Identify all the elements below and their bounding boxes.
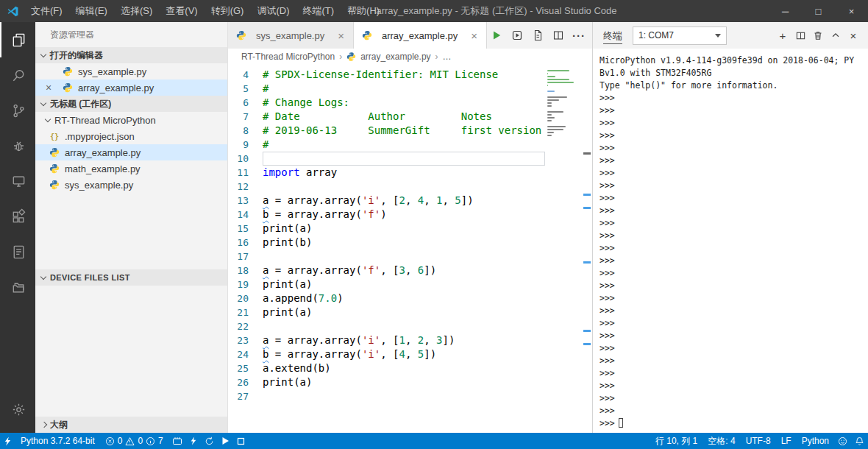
- code-token: = array.array(: [268, 208, 361, 220]
- menu-item[interactable]: 帮助(H): [341, 0, 386, 22]
- settings-gear-icon[interactable]: [0, 392, 35, 427]
- section-workspace[interactable]: 无标题 (工作区): [35, 96, 227, 112]
- line-content: #: [263, 138, 545, 152]
- menu-item[interactable]: 调试(D): [250, 0, 296, 22]
- breadcrumb-separator: ›: [339, 52, 342, 62]
- section-device-files[interactable]: DEVICE FILES LIST: [35, 269, 227, 286]
- activity-source-control-icon[interactable]: [0, 93, 35, 128]
- connection-icon[interactable]: [0, 433, 15, 449]
- problems-indicator[interactable]: 0 0 7: [100, 433, 168, 449]
- minimap-line: [547, 135, 552, 136]
- scrollbar-info-marker: [583, 207, 591, 209]
- notifications-bell-icon[interactable]: [851, 433, 868, 449]
- close-icon[interactable]: ×: [43, 82, 54, 93]
- section-open-editors[interactable]: 打开的编辑器: [35, 47, 227, 63]
- maximize-panel-chevron-up-icon[interactable]: [827, 26, 844, 44]
- indentation[interactable]: 空格: 4: [702, 433, 740, 449]
- activity-bar: [0, 22, 35, 433]
- split-editor-button[interactable]: [549, 26, 568, 45]
- encoding[interactable]: UTF-8: [741, 433, 776, 449]
- activity-extensions-icon[interactable]: [0, 199, 35, 234]
- tree-file[interactable]: {}.mpyproject.json: [35, 128, 227, 144]
- close-icon[interactable]: ×: [336, 29, 346, 42]
- line-number: 11: [228, 166, 263, 180]
- line-number: 8: [228, 124, 263, 138]
- minimap-line: [547, 102, 552, 104]
- line-number: 22: [228, 319, 263, 333]
- scrollbar-info-marker: [583, 261, 591, 264]
- line-content: [263, 389, 545, 403]
- menu-item[interactable]: 编辑(E): [69, 0, 114, 22]
- editor-tab[interactable]: sys_example.py×: [228, 22, 354, 49]
- chevron-down-icon: [40, 273, 46, 279]
- maximize-button[interactable]: □: [802, 0, 835, 22]
- warning-count: 0: [138, 436, 143, 446]
- terminal-output[interactable]: MicroPython v1.9.4-114-g309fe39d on 2018…: [593, 49, 868, 433]
- cursor-position[interactable]: 行 10, 列 1: [650, 433, 702, 449]
- code-token: #: [263, 138, 268, 150]
- tree-folder[interactable]: RT-Thread MicroPython: [35, 112, 227, 128]
- line-number: 24: [228, 347, 263, 361]
- code-token: import: [263, 166, 300, 178]
- panel-tab-terminal[interactable]: 终端: [603, 27, 622, 44]
- more-actions-button[interactable]: ···: [569, 26, 588, 45]
- new-terminal-button[interactable]: +: [774, 26, 791, 44]
- activity-device-icon[interactable]: [0, 163, 35, 199]
- code-line: 24b = array.array('i', [4, 5]): [228, 347, 545, 361]
- flash-download-icon[interactable]: [186, 433, 201, 449]
- minimize-button[interactable]: ─: [769, 0, 802, 22]
- scrollbar-cursor-marker: [583, 152, 591, 155]
- menu-item[interactable]: 选择(S): [114, 0, 159, 22]
- python-interpreter-selector[interactable]: Python 3.7.2 64-bit: [15, 433, 100, 449]
- menu-item[interactable]: 查看(V): [159, 0, 204, 22]
- editor-scrollbar[interactable]: [582, 68, 592, 433]
- activity-explorer-icon[interactable]: [0, 22, 35, 57]
- close-button[interactable]: ×: [835, 0, 868, 22]
- file-tree: RT-Thread MicroPython{}.mpyproject.jsona…: [35, 112, 227, 193]
- run-file-button[interactable]: [487, 26, 506, 45]
- language-mode[interactable]: Python: [797, 433, 834, 449]
- download-run-button[interactable]: [508, 26, 527, 45]
- code-line: 16print(b): [228, 236, 545, 250]
- tree-file[interactable]: math_example.py: [35, 160, 227, 177]
- code-token: , [: [380, 264, 399, 276]
- activity-notes-icon[interactable]: [0, 234, 35, 269]
- split-terminal-button[interactable]: [791, 26, 809, 44]
- tree-file[interactable]: array_example.py: [35, 144, 227, 160]
- eol-selector[interactable]: LF: [776, 433, 797, 449]
- terminal-instance-select[interactable]: 1: COM7: [633, 26, 727, 45]
- activity-folders-icon[interactable]: [0, 269, 35, 305]
- editor-tab[interactable]: array_example.py×: [354, 22, 487, 49]
- sync-icon[interactable]: [201, 433, 218, 449]
- section-outline[interactable]: 大纲: [35, 417, 227, 433]
- terminal-prompt: >>>: [600, 317, 868, 330]
- minimap[interactable]: [545, 68, 582, 433]
- section-label: 无标题 (工作区): [50, 98, 111, 110]
- code-line: 23a = array.array('i', [1, 2, 3]): [228, 333, 545, 347]
- open-editor-item[interactable]: ×array_example.py: [35, 79, 227, 96]
- feedback-smiley-icon[interactable]: [834, 433, 851, 449]
- run-icon[interactable]: [218, 433, 233, 449]
- code-editor[interactable]: 4# SPDX-License-Identifier: MIT License5…: [228, 68, 545, 433]
- breadcrumb-separator: ›: [435, 52, 438, 62]
- menu-item[interactable]: 转到(G): [204, 0, 251, 22]
- activity-debug-icon[interactable]: [0, 128, 35, 163]
- open-preview-button[interactable]: [528, 26, 547, 45]
- close-panel-button[interactable]: ×: [844, 26, 862, 44]
- breadcrumb-item[interactable]: …: [443, 52, 452, 62]
- kill-terminal-trash-icon[interactable]: [809, 26, 827, 44]
- stop-icon[interactable]: [233, 433, 249, 449]
- terminal-prompt: >>>: [600, 105, 868, 117]
- breadcrumb-item[interactable]: RT-Thread MicroPython: [241, 52, 335, 62]
- menu-item[interactable]: 终端(T): [296, 0, 341, 22]
- breadcrumb[interactable]: RT-Thread MicroPython›array_example.py›…: [228, 49, 592, 65]
- close-icon[interactable]: ×: [469, 29, 479, 42]
- tree-file[interactable]: sys_example.py: [35, 177, 227, 193]
- board-icon[interactable]: [168, 433, 186, 449]
- breadcrumb-item[interactable]: array_example.py: [360, 52, 430, 62]
- code-token: # SPDX-License-Identifier: MIT License: [263, 68, 498, 80]
- open-editor-item[interactable]: ×sys_example.py: [35, 63, 227, 79]
- menu-item[interactable]: 文件(F): [24, 0, 69, 22]
- activity-search-icon[interactable]: [0, 57, 35, 93]
- minimap-line: [547, 91, 555, 92]
